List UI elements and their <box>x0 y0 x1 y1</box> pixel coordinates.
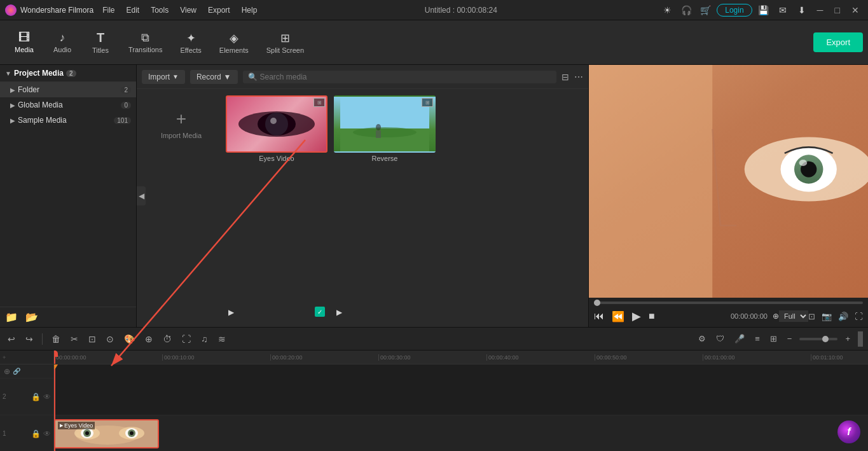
playhead[interactable] <box>54 350 55 364</box>
screenshot-icon[interactable]: 📷 <box>822 312 832 321</box>
speed-button[interactable]: ⏱ <box>160 333 174 345</box>
tool-effects[interactable]: ✦ Effects <box>171 27 210 58</box>
close-button[interactable]: ✕ <box>848 5 863 15</box>
tool-split[interactable]: ⊞ Split Screen <box>258 27 313 58</box>
tool-titles[interactable]: T Titles <box>81 27 120 58</box>
stop-button[interactable]: ■ <box>649 310 655 322</box>
shop-icon[interactable]: 🛒 <box>698 5 713 15</box>
global-media-item[interactable]: ▶ Global Media 0 <box>0 97 136 113</box>
media-grid: + Import Media ⊞ ▶ ✓ <box>137 89 588 327</box>
crop-button[interactable]: ⊡ <box>86 333 99 345</box>
download-icon[interactable]: ⬇ <box>794 5 809 15</box>
reverse-thumb[interactable]: ⊞ ▶ Reverse <box>334 95 436 321</box>
menu-file[interactable]: File <box>97 4 120 16</box>
folder-item[interactable]: ▶ Folder 2 <box>0 82 136 97</box>
add-to-timeline-icon[interactable]: ⊕ <box>773 312 779 321</box>
headphone-icon[interactable]: 🎧 <box>679 5 694 15</box>
progress-bar[interactable] <box>594 302 863 304</box>
panel-collapse-button[interactable]: ◀ <box>137 186 146 205</box>
track-1-lock-icon[interactable]: 🔒 <box>31 429 41 438</box>
menu-export[interactable]: Export <box>203 4 235 16</box>
minimize-button[interactable]: ─ <box>813 5 827 15</box>
redo-button[interactable]: ↪ <box>23 333 36 345</box>
skip-back-button[interactable]: ⏮ <box>594 310 604 322</box>
mosaic-icon[interactable]: ⊞ <box>768 333 780 345</box>
sample-media-item[interactable]: ▶ Sample Media 101 <box>0 113 136 128</box>
save-icon[interactable]: 💾 <box>756 5 771 15</box>
sun-icon[interactable]: ☀ <box>659 5 675 15</box>
preview-extra-1[interactable]: ⊡ <box>808 312 815 321</box>
tool-audio[interactable]: ♪ Audio <box>43 27 81 57</box>
svg-rect-16 <box>589 65 712 298</box>
playback-controls: ⏮ ⏪ ▶ ■ <box>594 309 655 323</box>
volume-icon[interactable]: 🔊 <box>838 312 848 321</box>
play-button[interactable]: ▶ <box>632 309 641 323</box>
export-button[interactable]: Export <box>813 32 863 52</box>
fullscreen-icon[interactable]: ⛶ <box>855 312 863 321</box>
mic-icon[interactable]: 🎤 <box>732 333 747 345</box>
tool-transitions[interactable]: ⧉ Transitions <box>120 27 171 57</box>
panel-footer: 📁 📂 <box>0 307 136 327</box>
add-folder-icon[interactable]: 📁 <box>5 311 18 323</box>
cut-button[interactable]: ✂ <box>68 333 81 345</box>
track-2-lock-icon[interactable]: 🔒 <box>31 392 41 401</box>
maximize-button[interactable]: □ <box>831 5 844 15</box>
media-toolbar: Import ▼ Record ▼ 🔍 ⊟ ⋯ <box>137 65 588 89</box>
clip-name: Eyes Video <box>64 422 93 429</box>
color-button[interactable]: 🎨 <box>121 333 137 345</box>
zoom-slider[interactable] <box>799 338 837 340</box>
media-label: Media <box>15 46 34 53</box>
login-button[interactable]: Login <box>717 4 752 17</box>
tool-elements[interactable]: ◈ Elements <box>210 27 258 58</box>
track-labels: ⊕ 🔗 2 🔒 👁 1 🔒 👁 <box>0 364 54 451</box>
grid-icon[interactable]: ⋯ <box>574 72 583 82</box>
waveform-button[interactable]: ≋ <box>216 333 228 345</box>
menu-help[interactable]: Help <box>237 4 263 16</box>
search-input[interactable] <box>260 73 552 81</box>
zoom-fit-button[interactable]: ⊙ <box>104 333 116 345</box>
video-clip-eyes[interactable]: ▶ Eyes Video <box>54 419 159 448</box>
settings-icon[interactable]: ⚙ <box>696 333 708 345</box>
audio-adj-button[interactable]: ♫ <box>198 333 210 345</box>
thumb-play-icon: ▶ <box>228 308 234 317</box>
playhead-line <box>54 364 55 451</box>
ruler-mark-0: 00:00:00:00 <box>54 354 162 361</box>
track-num-2: 2 <box>3 393 6 400</box>
ruler-wrapper: + 00:00:00:00 00:00:10:00 00:00:20:00 00… <box>0 350 868 364</box>
link-icon: 🔗 <box>13 368 20 375</box>
menu-tools[interactable]: Tools <box>146 4 174 16</box>
track-label-1: 1 🔒 👁 <box>0 415 53 451</box>
ruler-mark-6: 00:01:00:00 <box>703 354 811 361</box>
eyes-video-thumb[interactable]: ⊞ ▶ ✓ Eyes Video <box>226 95 327 321</box>
import-button[interactable]: Import ▼ <box>142 70 185 84</box>
add-track-button[interactable]: ⊕ 🔗 <box>0 364 53 378</box>
elements-icon: ◈ <box>230 31 238 45</box>
tool-media[interactable]: 🎞 Media <box>5 27 43 57</box>
record-button[interactable]: Record ▼ <box>190 70 238 84</box>
minus-icon[interactable]: − <box>785 333 795 345</box>
app-name: Wondershare Filmora <box>20 6 93 15</box>
delete-button[interactable]: 🗑 <box>49 333 63 345</box>
project-media-label: Project Media <box>14 69 64 78</box>
search-box: 🔍 <box>243 71 557 83</box>
filter-icon[interactable]: ⊟ <box>561 72 569 82</box>
fullscreen-tl-button[interactable]: ⛶ <box>179 333 193 345</box>
position-button[interactable]: ⊕ <box>142 333 155 345</box>
menu-view[interactable]: View <box>175 4 202 16</box>
import-media-area[interactable]: + Import Media <box>143 95 219 153</box>
menu-edit[interactable]: Edit <box>121 4 145 16</box>
shield-icon[interactable]: 🛡 <box>713 333 727 345</box>
track-2-eye-icon[interactable]: 👁 <box>43 392 51 401</box>
main-area: ▼ Project Media 2 ▶ Folder 2 ▶ Global Me… <box>0 65 868 327</box>
track-label-2: 2 🔒 👁 <box>0 378 53 415</box>
quality-select[interactable]: Full 1/2 1/4 <box>779 310 808 322</box>
track-1-eye-icon[interactable]: 👁 <box>43 429 51 438</box>
plus-icon[interactable]: + <box>843 333 853 345</box>
frame-back-button[interactable]: ⏪ <box>612 310 624 323</box>
ruler-mark-4: 00:00:40:00 <box>486 354 595 361</box>
align-icon[interactable]: ≡ <box>752 333 762 345</box>
new-folder-icon[interactable]: 📂 <box>25 311 38 323</box>
undo-button[interactable]: ↩ <box>5 333 18 345</box>
message-icon[interactable]: ✉ <box>775 5 790 15</box>
import-media-label: Import Media <box>161 132 202 139</box>
